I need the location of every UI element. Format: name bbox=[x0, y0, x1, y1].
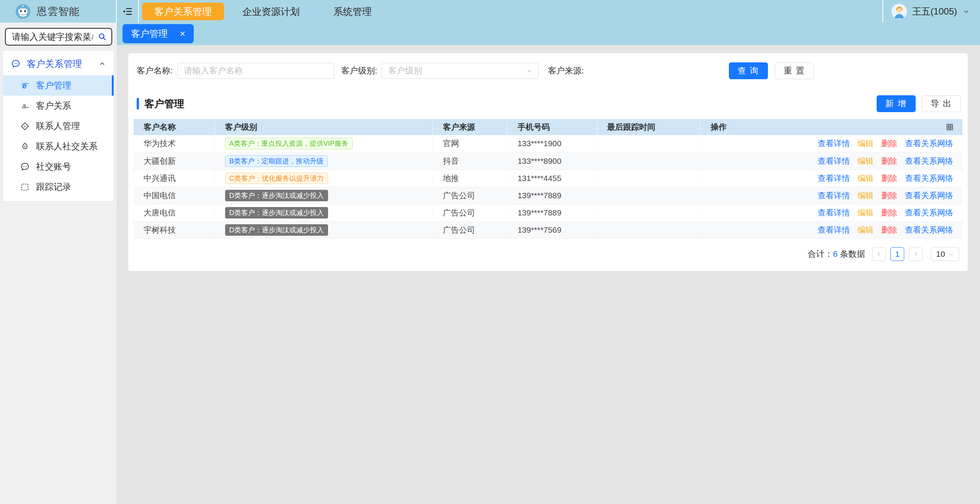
level-tag: D类客户：逐步淘汰或减少投入 bbox=[225, 224, 328, 236]
cell-phone: 139****7889 bbox=[507, 187, 597, 204]
action-edit-link[interactable]: 编辑 bbox=[858, 157, 874, 165]
cell-phone: 133****8900 bbox=[507, 152, 597, 170]
cell-phone: 139****7889 bbox=[507, 204, 597, 221]
action-net-link[interactable]: 查看关系网络 bbox=[905, 157, 953, 165]
page-number-1[interactable]: 1 bbox=[890, 247, 904, 261]
customer-name-input[interactable] bbox=[177, 63, 334, 79]
diamond-icon bbox=[20, 121, 30, 131]
filter-level-label: 客户级别: bbox=[341, 65, 377, 77]
cell-last-track-time bbox=[597, 204, 701, 221]
title-accent-bar bbox=[137, 98, 139, 109]
action-view-link[interactable]: 查看详情 bbox=[818, 157, 850, 165]
top-nav: 客户关系管理 企业资源计划 系统管理 bbox=[142, 0, 387, 23]
col-last-track-time: 最后跟踪时间 bbox=[597, 119, 701, 135]
search-button[interactable]: 查 询 bbox=[729, 62, 768, 79]
sidebar-item-跟踪记录[interactable]: 跟踪记录 bbox=[3, 177, 114, 197]
chevron-down-icon bbox=[962, 8, 970, 15]
cell-last-track-time bbox=[597, 152, 701, 170]
level-select-placeholder: 客户级别 bbox=[388, 65, 422, 77]
action-del-link[interactable]: 删除 bbox=[881, 139, 897, 148]
action-edit-link[interactable]: 编辑 bbox=[858, 139, 874, 148]
cell-actions: 查看详情编辑删除查看关系网络 bbox=[701, 152, 962, 170]
sidebar-item-联系人社交关系[interactable]: 联系人社交关系 bbox=[3, 136, 114, 157]
nav-item-crm[interactable]: 客户关系管理 bbox=[142, 3, 224, 20]
sidebar-menu-item-label: 客户关系 bbox=[36, 100, 71, 112]
page-size-select[interactable]: 10 bbox=[931, 247, 959, 261]
reset-button[interactable]: 重 置 bbox=[775, 62, 814, 79]
cell-customer-name: 中国电信 bbox=[134, 187, 215, 204]
action-net-link[interactable]: 查看关系网络 bbox=[905, 208, 953, 217]
cell-customer-name: 宇树科技 bbox=[134, 221, 215, 238]
table-row: 大疆创新 B类客户：定期跟进，推动升级 抖音 133****8900 查看详情编… bbox=[134, 152, 962, 170]
chat-bubble-icon bbox=[11, 59, 21, 69]
filter-buttons: 查 询 重 置 bbox=[729, 62, 814, 79]
chat-bubble-icon bbox=[20, 162, 30, 172]
prev-page-button[interactable] bbox=[872, 247, 886, 261]
menu-group-crm[interactable]: 客户关系管理 bbox=[3, 52, 114, 75]
sidebar-menu-item-label: 跟踪记录 bbox=[36, 181, 71, 193]
logo-text: 恩雲智能 bbox=[37, 5, 80, 18]
action-edit-link[interactable]: 编辑 bbox=[858, 191, 874, 200]
cell-actions: 查看详情编辑删除查看关系网络 bbox=[701, 204, 962, 221]
svg-text:a: a bbox=[22, 101, 26, 109]
search-icon[interactable] bbox=[98, 32, 107, 41]
action-del-link[interactable]: 删除 bbox=[881, 157, 897, 165]
action-view-link[interactable]: 查看详情 bbox=[818, 191, 850, 200]
tab-customer-management[interactable]: 客户管理 bbox=[122, 24, 194, 43]
action-del-link[interactable]: 删除 bbox=[881, 208, 897, 217]
panel-buttons: 新 增 导 出 bbox=[877, 95, 961, 112]
customer-table-body: 华为技术 A类客户：重点投入资源，提供VIP服务 官网 133****1900 … bbox=[134, 135, 962, 238]
avatar bbox=[892, 4, 907, 19]
action-edit-link[interactable]: 编辑 bbox=[858, 225, 874, 234]
action-edit-link[interactable]: 编辑 bbox=[858, 208, 874, 217]
action-del-link[interactable]: 删除 bbox=[881, 191, 897, 200]
chevron-down-icon bbox=[526, 67, 533, 74]
action-net-link[interactable]: 查看关系网络 bbox=[905, 174, 953, 183]
export-button[interactable]: 导 出 bbox=[922, 95, 961, 112]
action-del-link[interactable]: 删除 bbox=[881, 225, 897, 234]
cell-customer-name: 华为技术 bbox=[134, 135, 215, 152]
cell-phone: 131****4455 bbox=[507, 170, 597, 187]
action-view-link[interactable]: 查看详情 bbox=[818, 225, 850, 234]
sidebar-item-联系人管理[interactable]: 联系人管理 bbox=[3, 116, 114, 136]
close-icon[interactable] bbox=[178, 29, 187, 38]
cell-customer-source: 广告公司 bbox=[433, 187, 508, 204]
sidebar-item-客户管理[interactable]: e 客户管理 bbox=[3, 75, 114, 96]
add-button[interactable]: 新 增 bbox=[877, 95, 916, 112]
cell-customer-name: 大唐电信 bbox=[134, 204, 215, 221]
nav-item-system[interactable]: 系统管理 bbox=[318, 3, 387, 20]
action-net-link[interactable]: 查看关系网络 bbox=[905, 225, 953, 234]
column-settings-grid-icon[interactable] bbox=[946, 123, 954, 131]
filter-source-label: 客户来源: bbox=[548, 65, 584, 77]
next-page-button[interactable] bbox=[909, 247, 923, 261]
sidebar-item-社交账号[interactable]: 社交账号 bbox=[3, 157, 114, 177]
menu-search-input[interactable] bbox=[5, 28, 112, 46]
action-view-link[interactable]: 查看详情 bbox=[818, 174, 850, 183]
action-view-link[interactable]: 查看详情 bbox=[818, 208, 850, 217]
cell-customer-source: 地推 bbox=[433, 170, 508, 187]
level-tag: D类客户：逐步淘汰或减少投入 bbox=[225, 190, 328, 201]
action-net-link[interactable]: 查看关系网络 bbox=[905, 191, 953, 200]
table-row: 中国电信 D类客户：逐步淘汰或减少投入 广告公司 139****7889 查看详… bbox=[134, 187, 962, 204]
cell-actions: 查看详情编辑删除查看关系网络 bbox=[701, 187, 962, 204]
cell-customer-level: B类客户：定期跟进，推动升级 bbox=[215, 152, 433, 170]
user-menu[interactable]: 王五(1005) bbox=[882, 0, 980, 23]
action-edit-link[interactable]: 编辑 bbox=[858, 174, 874, 183]
chevron-down-icon bbox=[948, 251, 954, 257]
chevron-right-icon bbox=[913, 251, 919, 257]
table-header-row: 客户名称 客户级别 客户来源 手机号码 最后跟踪时间 操作 bbox=[134, 119, 962, 135]
collapse-menu-button[interactable] bbox=[117, 0, 139, 23]
customer-level-select[interactable]: 客户级别 bbox=[382, 63, 539, 79]
action-del-link[interactable]: 删除 bbox=[881, 174, 897, 183]
sidebar-item-客户关系[interactable]: a 客户关系 bbox=[3, 96, 114, 116]
action-net-link[interactable]: 查看关系网络 bbox=[905, 139, 953, 148]
cell-last-track-time bbox=[597, 187, 701, 204]
panel-header: 客户管理 新 增 导 出 bbox=[137, 95, 961, 112]
action-view-link[interactable]: 查看详情 bbox=[818, 139, 850, 148]
menu-search bbox=[5, 28, 112, 46]
browser-icon: e bbox=[20, 81, 30, 91]
filter-name-label: 客户名称: bbox=[137, 65, 173, 77]
nav-item-erp[interactable]: 企业资源计划 bbox=[227, 3, 315, 20]
cell-customer-level: C类客户：优化服务以提升潜力 bbox=[215, 170, 433, 187]
total-count-number: 6 bbox=[833, 249, 838, 259]
